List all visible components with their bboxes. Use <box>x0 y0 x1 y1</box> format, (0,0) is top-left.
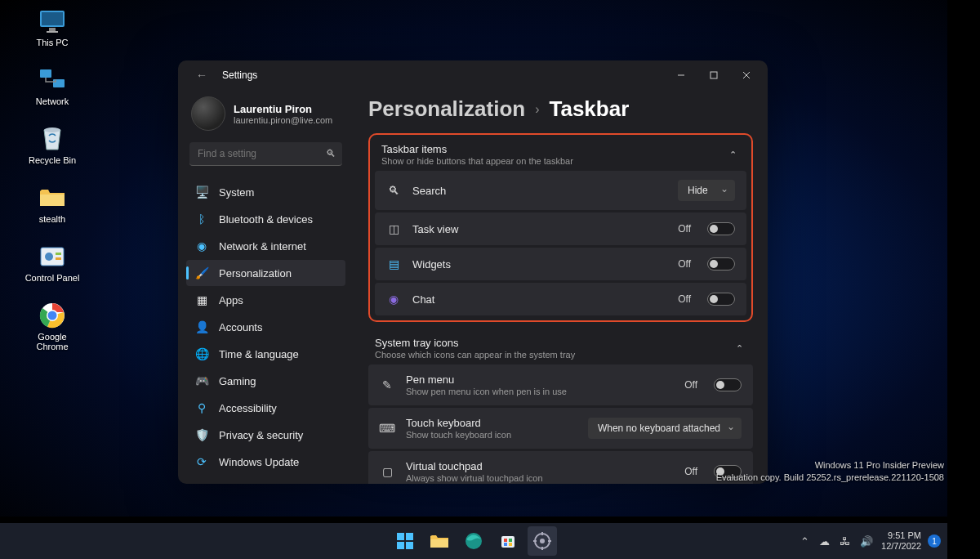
nav-label: Personalization <box>219 267 292 280</box>
search-dropdown[interactable]: Hide <box>678 180 735 201</box>
window-title: Settings <box>222 69 257 81</box>
onedrive-icon[interactable]: ☁ <box>817 534 831 549</box>
apps-icon: ▦ <box>194 293 209 307</box>
taskview-icon: ◫ <box>386 221 401 236</box>
nav-label: Apps <box>219 294 243 306</box>
volume-tray-icon[interactable]: 🔊 <box>858 534 875 549</box>
touch-keyboard-dropdown[interactable]: When no keyboard attached <box>588 418 742 439</box>
section-title: Taskbar items <box>381 143 573 155</box>
row-title: Touch keyboard <box>406 417 577 429</box>
svg-rect-29 <box>509 543 512 546</box>
pen-menu-toggle[interactable] <box>714 378 742 391</box>
breadcrumb-parent[interactable]: Personalization <box>368 96 525 122</box>
nav-item-time-language[interactable]: 🌐Time & language <box>186 341 345 367</box>
network-tray-icon[interactable]: 🖧 <box>838 534 852 549</box>
settings-button[interactable] <box>528 526 557 556</box>
network-icon <box>38 65 67 95</box>
row-title: Task view <box>412 223 666 235</box>
shield-icon: 🛡️ <box>194 427 209 442</box>
nav-item-accessibility[interactable]: ⚲Accessibility <box>186 395 345 421</box>
row-title: Chat <box>412 293 666 306</box>
taskview-toggle[interactable] <box>707 222 735 235</box>
page-title: Taskbar <box>549 96 629 122</box>
settings-sidebar: Laurentiu Piron laurentiu.piron@live.com… <box>178 90 354 484</box>
accounts-icon: 👤 <box>194 320 209 334</box>
taskbar[interactable]: ⌃ ☁ 🖧 🔊 9:51 PM 12/7/2022 1 <box>0 523 947 559</box>
widgets-toggle[interactable] <box>707 257 735 271</box>
search-input[interactable] <box>189 142 342 166</box>
taskbar-clock[interactable]: 9:51 PM 12/7/2022 <box>881 530 921 551</box>
svg-rect-11 <box>56 257 61 260</box>
accessibility-icon: ⚲ <box>194 400 209 415</box>
explorer-button[interactable] <box>425 526 454 556</box>
desktop-icon-stealth[interactable]: stealth <box>29 183 75 224</box>
row-subtitle: Always show virtual touchpad icon <box>406 473 673 483</box>
desktop-icon-label: Recycle Bin <box>29 155 76 165</box>
settings-content[interactable]: Personalization › Taskbar Taskbar items … <box>354 90 768 484</box>
desktop-icon-label: Control Panel <box>25 273 80 283</box>
section-header-system-tray[interactable]: System tray icons Choose which icons can… <box>368 329 753 364</box>
taskbar-item-taskview: ◫ Task view Off <box>375 212 746 245</box>
toggle-state: Off <box>678 293 691 305</box>
svg-rect-10 <box>56 253 61 255</box>
notification-badge[interactable]: 1 <box>928 534 941 548</box>
bluetooth-icon: ᛒ <box>194 212 209 226</box>
svg-point-9 <box>45 253 53 261</box>
desktop-icon-control-panel[interactable]: Control Panel <box>29 242 75 283</box>
desktop-icon-label: This PC <box>36 38 68 47</box>
desktop-icon-recycle-bin[interactable]: Recycle Bin <box>29 124 75 165</box>
close-button[interactable] <box>730 63 763 87</box>
row-title: Search <box>412 185 666 197</box>
maximize-button[interactable] <box>697 63 730 87</box>
store-button[interactable] <box>493 526 523 556</box>
chat-toggle[interactable] <box>707 293 735 306</box>
avatar <box>191 96 225 131</box>
gaming-icon: 🎮 <box>194 373 209 388</box>
tray-item-touch-keyboard: ⌨ Touch keyboard Show touch keyboard ico… <box>368 408 753 449</box>
desktop-icon-google-chrome[interactable]: Google Chrome <box>29 301 75 351</box>
desktop-icon-network[interactable]: Network <box>29 65 75 106</box>
update-icon: ⟳ <box>194 454 209 469</box>
svg-rect-27 <box>509 539 512 542</box>
account-row[interactable]: Laurentiu Piron laurentiu.piron@live.com <box>186 93 345 141</box>
nav-item-bluetooth[interactable]: ᛒBluetooth & devices <box>186 206 345 232</box>
row-title: Widgets <box>412 258 666 271</box>
svg-rect-21 <box>397 542 404 549</box>
nav-item-system[interactable]: 🖥️System <box>186 179 345 205</box>
settings-search: 🔍︎ <box>189 142 342 166</box>
chevron-up-icon: ⌃ <box>733 340 746 357</box>
nav-label: Network & internet <box>219 240 306 253</box>
nav-item-windows-update[interactable]: ⟳Windows Update <box>186 449 345 475</box>
search-icon: 🔍︎ <box>386 183 401 198</box>
control-panel-icon <box>38 242 67 271</box>
section-subtitle: Choose which icons can appear in the sys… <box>375 350 575 360</box>
start-button[interactable] <box>390 526 420 556</box>
nav-item-accounts[interactable]: 👤Accounts <box>186 314 345 340</box>
tray-overflow-icon[interactable]: ⌃ <box>799 534 811 549</box>
desktop-icon-label: stealth <box>39 214 65 224</box>
nav-item-privacy[interactable]: 🛡️Privacy & security <box>186 422 345 448</box>
section-header-taskbar-items[interactable]: Taskbar items Show or hide buttons that … <box>375 140 746 171</box>
svg-rect-19 <box>397 533 404 540</box>
svg-rect-5 <box>53 79 65 87</box>
edge-button[interactable] <box>459 526 488 556</box>
svg-rect-7 <box>40 195 65 206</box>
account-email: laurentiu.piron@live.com <box>234 115 332 125</box>
svg-rect-3 <box>47 31 58 33</box>
nav-item-network[interactable]: ◉Network & internet <box>186 233 345 259</box>
row-title: Pen menu <box>406 373 673 386</box>
svg-rect-20 <box>406 533 413 540</box>
minimize-button[interactable] <box>665 63 697 87</box>
nav-item-apps[interactable]: ▦Apps <box>186 287 345 313</box>
taskbar-items-highlight: Taskbar items Show or hide buttons that … <box>368 133 753 322</box>
taskbar-item-search: 🔍︎ Search Hide <box>375 171 746 210</box>
desktop-wallpaper: This PC Network Recycle Bin stealth Cont… <box>0 0 947 517</box>
desktop-icon-this-pc[interactable]: This PC <box>29 7 75 47</box>
personalization-icon: 🖌️ <box>194 266 209 280</box>
back-button[interactable]: ← <box>189 65 214 85</box>
nav-item-personalization[interactable]: 🖌️Personalization <box>186 260 345 286</box>
nav-item-gaming[interactable]: 🎮Gaming <box>186 368 345 394</box>
window-titlebar[interactable]: ← Settings <box>178 60 768 90</box>
widgets-icon: ▤ <box>386 257 401 271</box>
chevron-up-icon: ⌃ <box>726 146 740 163</box>
